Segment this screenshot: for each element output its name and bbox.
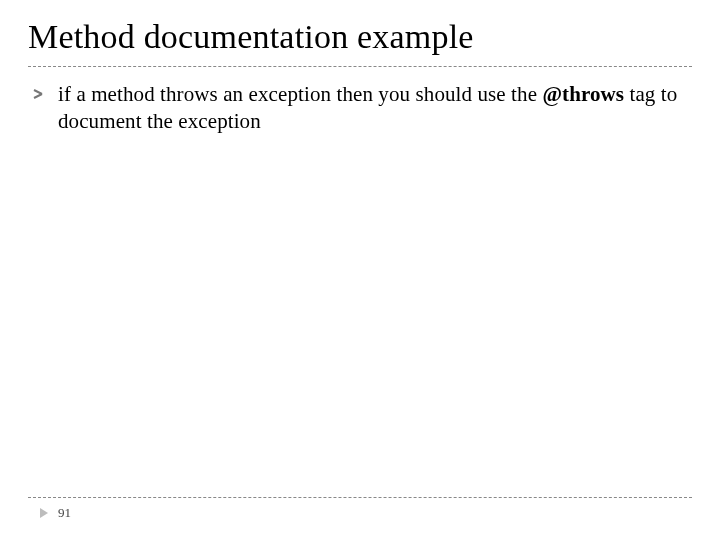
page-indicator: 91: [28, 504, 692, 522]
svg-line-0: [34, 90, 42, 94]
page-number: 91: [58, 505, 71, 521]
slide: Method documentation example if a method…: [0, 0, 720, 540]
bullet-icon: [32, 87, 46, 105]
slide-title: Method documentation example: [28, 18, 692, 64]
svg-marker-2: [40, 508, 48, 518]
bullet-item: if a method throws an exception then you…: [28, 81, 692, 135]
title-divider: [28, 66, 692, 67]
throws-tag: @throws: [542, 82, 624, 106]
bullet-text-pre: if a method throws an exception then you…: [58, 82, 542, 106]
svg-line-1: [34, 94, 42, 98]
footer: 91: [28, 497, 692, 522]
page-arrow-icon: [40, 504, 52, 522]
bullet-text: if a method throws an exception then you…: [58, 81, 692, 135]
footer-divider: [28, 497, 692, 498]
